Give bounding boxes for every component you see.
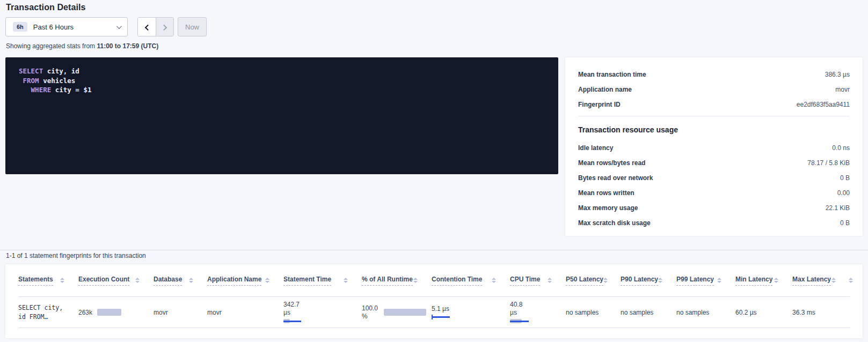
- contention-time-value: 5.1 µs: [432, 305, 505, 313]
- sql-statement-box: SELECT city, id FROM vehicles WHERE city…: [5, 57, 558, 174]
- time-range-dropdown[interactable]: 6h Past 6 Hours: [5, 17, 128, 36]
- summary-value: 386.3 µs: [825, 71, 850, 78]
- column-header-p99-latency[interactable]: P99 Latency: [676, 276, 735, 286]
- table-header-row: StatementsExecution CountDatabaseApplica…: [18, 264, 850, 297]
- column-header-application-name[interactable]: Application Name: [207, 276, 283, 286]
- summary-label: Application name: [578, 86, 632, 93]
- summary-value: 0.0 ns: [832, 144, 850, 152]
- summary-label: Mean transaction time: [578, 71, 646, 78]
- statement-time-bar: [283, 319, 301, 324]
- column-header-statement-time[interactable]: Statement Time: [283, 276, 362, 286]
- sql-line: FROM vehicles: [19, 76, 545, 86]
- summary-value: ee2df683f5aa9411: [797, 101, 850, 108]
- time-preset-label: Past 6 Hours: [33, 23, 74, 31]
- summary-label: Max scratch disk usage: [578, 219, 651, 227]
- summary-label: Mean rows/bytes read: [578, 159, 645, 167]
- execution-count-bar: [97, 309, 121, 316]
- time-preset-badge: 6h: [13, 22, 27, 32]
- execution-count-value: 263k: [78, 309, 92, 316]
- summary-value: 0.00: [837, 189, 850, 197]
- sort-icon[interactable]: [849, 278, 853, 283]
- column-label: Statement Time: [283, 276, 331, 286]
- column-label: Application Name: [207, 276, 261, 286]
- summary-label: Idle latency: [578, 144, 613, 152]
- column-header-contention-time[interactable]: Contention Time: [432, 276, 510, 286]
- sql-keyword: SELECT: [19, 67, 43, 75]
- cpu-time-bar: [510, 319, 529, 324]
- column-label: CPU Time: [510, 276, 540, 286]
- p99-latency-cell: no samples: [676, 309, 735, 316]
- contention-time-bar: [432, 315, 450, 319]
- cpu-time-cell: 40.8 µs: [510, 301, 566, 324]
- resource-usage-heading: Transaction resource usage: [578, 125, 850, 134]
- summary-row: Idle latency 0.0 ns: [578, 144, 850, 152]
- sql-text: city = $1: [51, 86, 91, 94]
- page-title: Transaction Details: [6, 3, 86, 12]
- sql-keyword: FROM: [23, 77, 39, 85]
- column-header-min-latency[interactable]: Min Latency: [735, 276, 792, 286]
- p90-latency-cell: no samples: [621, 309, 676, 316]
- sort-icon[interactable]: [413, 278, 418, 283]
- sort-icon[interactable]: [60, 278, 64, 283]
- time-controls: 6h Past 6 Hours Now: [5, 17, 207, 36]
- statement-link-line[interactable]: id FROM…: [18, 313, 73, 322]
- statement-link-line[interactable]: SELECT city,: [18, 303, 73, 313]
- sort-icon[interactable]: [492, 278, 496, 283]
- sort-icon[interactable]: [774, 278, 778, 283]
- runtime-bar: [384, 309, 426, 316]
- sort-icon[interactable]: [658, 278, 662, 283]
- sql-line: WHERE city = $1: [19, 85, 545, 95]
- column-header-p50-latency[interactable]: P50 Latency: [566, 276, 621, 286]
- sort-icon[interactable]: [344, 278, 348, 283]
- time-nav-button-group: [137, 17, 174, 36]
- summary-row: Mean rows/bytes read 78.17 / 5.8 KiB: [578, 159, 850, 167]
- summary-row: Mean rows written 0.00: [578, 189, 850, 197]
- next-time-button[interactable]: [156, 18, 173, 36]
- statements-table: StatementsExecution CountDatabaseApplica…: [5, 264, 863, 338]
- statement-time-cell: 342.7 µs: [283, 301, 362, 324]
- column-header-max-latency[interactable]: Max Latency: [792, 276, 850, 286]
- column-label: % of All Runtime: [362, 276, 413, 286]
- sort-icon[interactable]: [831, 278, 836, 283]
- sort-icon[interactable]: [135, 278, 140, 283]
- summary-value: 0 B: [840, 219, 850, 227]
- sort-icon[interactable]: [265, 278, 269, 283]
- sort-icon[interactable]: [603, 278, 608, 283]
- sort-icon[interactable]: [189, 278, 193, 283]
- runtime-cell: 100.0 %: [362, 304, 432, 321]
- column-label: P90 Latency: [621, 276, 658, 286]
- chevron-right-icon: [161, 25, 167, 31]
- summary-value: 22.1 KiB: [826, 204, 850, 212]
- column-label: Max Latency: [792, 276, 831, 286]
- sort-icon[interactable]: [717, 278, 721, 283]
- contention-time-cell: 5.1 µs: [432, 305, 510, 319]
- sql-text: [19, 86, 31, 94]
- sort-icon[interactable]: [548, 278, 552, 283]
- column-header-p90-latency[interactable]: P90 Latency: [621, 276, 676, 286]
- statements-cell[interactable]: SELECT city, id FROM…: [18, 303, 78, 322]
- column-header-execution-count[interactable]: Execution Count: [78, 276, 154, 286]
- column-header-cpu-time[interactable]: CPU Time: [510, 276, 566, 286]
- column-label: Min Latency: [735, 276, 772, 286]
- summary-row: Application name movr: [578, 86, 850, 93]
- prev-time-button[interactable]: [138, 18, 156, 36]
- statements-table-caption: 1-1 of 1 statement fingerprints for this…: [6, 252, 146, 259]
- summary-value: 0 B: [840, 174, 850, 182]
- column-header-statements[interactable]: Statements: [18, 276, 78, 286]
- column-header-of-all-runtime[interactable]: % of All Runtime: [362, 276, 432, 286]
- column-label: Execution Count: [78, 276, 129, 286]
- summary-label: Max memory usage: [578, 204, 638, 212]
- database-cell: movr: [154, 309, 207, 316]
- runtime-value: 100.0 %: [362, 304, 378, 321]
- aggregated-stats-range: Showing aggregated stats from 11:00 to 1…: [6, 42, 158, 50]
- sql-keyword: WHERE: [31, 86, 52, 94]
- now-button[interactable]: Now: [178, 17, 207, 36]
- summary-row: Max scratch disk usage 0 B: [578, 219, 850, 227]
- p50-latency-cell: no samples: [566, 309, 621, 316]
- stats-range: 11:00 to 17:59 (UTC): [97, 42, 158, 50]
- summary-divider: [578, 116, 850, 116]
- column-header-database[interactable]: Database: [154, 276, 207, 286]
- column-label: Statements: [18, 276, 53, 286]
- summary-value: movr: [835, 86, 850, 93]
- cpu-time-value: 40.8 µs: [510, 301, 560, 317]
